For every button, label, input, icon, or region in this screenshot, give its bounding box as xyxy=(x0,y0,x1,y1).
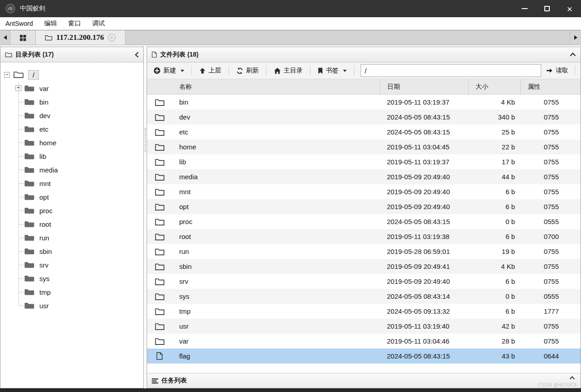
tree-item-srv[interactable]: srv xyxy=(0,258,143,272)
read-button[interactable]: 读取 xyxy=(544,67,570,75)
file-name-cell: media xyxy=(172,173,380,181)
table-row-run[interactable]: run 2019-05-28 06:59:01 19 b 0755 xyxy=(147,244,581,259)
tree-item-media[interactable]: media xyxy=(0,163,143,177)
column-name[interactable]: 名称 xyxy=(172,79,380,94)
file-perm-cell: 0755 xyxy=(520,277,581,285)
tree-root-label[interactable]: / xyxy=(28,70,39,80)
table-row-root[interactable]: root 2019-05-11 03:19:38 6 b 0700 xyxy=(147,229,581,244)
tree-item-label: bin xyxy=(39,98,48,106)
tree-item-sbin[interactable]: sbin xyxy=(0,244,143,258)
tab-shell-session[interactable]: 117.21.200.176 ✕ xyxy=(36,30,125,45)
menu-item-0[interactable]: AntSword xyxy=(1,20,38,27)
row-icon-cell xyxy=(147,128,172,136)
column-date[interactable]: 日期 xyxy=(380,79,468,94)
folder-filled-icon xyxy=(24,193,35,201)
file-date-cell: 2019-05-11 03:19:38 xyxy=(380,233,468,240)
tab-scroll-left-button[interactable] xyxy=(0,30,10,45)
row-icon-cell xyxy=(147,143,172,151)
close-button[interactable]: × xyxy=(558,0,581,17)
table-row-proc[interactable]: proc 2024-05-05 08:43:15 0 b 0555 xyxy=(147,214,581,229)
collapse-up-icon[interactable] xyxy=(570,53,576,57)
minimize-button[interactable] xyxy=(513,0,536,17)
new-button[interactable]: 新建 xyxy=(152,67,186,75)
table-row-flag[interactable]: flag 2024-05-05 08:43:15 43 b 0644 xyxy=(147,349,581,363)
tab-close-icon[interactable]: ✕ xyxy=(108,33,116,42)
collapse-left-icon[interactable] xyxy=(135,52,139,58)
table-row-opt[interactable]: opt 2019-05-09 20:49:40 6 b 0755 xyxy=(147,199,581,214)
tree-item-lib[interactable]: lib xyxy=(0,149,143,163)
file-size-cell: 0 b xyxy=(468,218,520,225)
menu-item-2[interactable]: 窗口 xyxy=(64,19,86,28)
table-row-tmp[interactable]: tmp 2024-05-05 09:13:32 6 b 1777 xyxy=(147,304,581,319)
file-date-cell: 2024-05-05 08:43:15 xyxy=(380,113,468,121)
file-date-cell: 2019-05-11 03:19:40 xyxy=(380,322,468,330)
table-row-srv[interactable]: srv 2019-05-09 20:49:40 6 b 0755 xyxy=(147,274,581,289)
tab-scroll-right-button[interactable] xyxy=(570,30,581,45)
antsword-logo-icon xyxy=(5,4,15,14)
table-row-etc[interactable]: etc 2024-05-05 08:43:15 25 b 0755 xyxy=(147,124,581,139)
table-row-lib[interactable]: lib 2019-05-11 03:19:37 17 b 0755 xyxy=(147,154,581,169)
column-perm[interactable]: 属性 xyxy=(520,79,581,94)
file-size-cell: 6 b xyxy=(468,233,520,240)
folder-filled-icon xyxy=(24,111,35,120)
panel-splitter[interactable] xyxy=(144,47,147,388)
directory-panel: 目录列表 (17) − / + var xyxy=(0,47,144,388)
window-controls: × xyxy=(513,0,581,17)
row-icon-cell xyxy=(147,173,172,181)
tree-item-bin[interactable]: bin xyxy=(0,95,143,109)
caret-down-icon xyxy=(343,70,347,72)
path-input[interactable] xyxy=(361,64,541,77)
collapse-expander-icon[interactable]: − xyxy=(4,72,10,78)
bookmark-button[interactable]: 书签 xyxy=(316,67,348,75)
tree-item-label: tmp xyxy=(39,288,51,296)
tree-item-proc[interactable]: proc xyxy=(0,204,143,217)
refresh-button[interactable]: 刷新 xyxy=(234,67,261,75)
tree-item-label: var xyxy=(39,85,49,92)
table-row-usr[interactable]: usr 2019-05-11 03:19:40 42 b 0755 xyxy=(147,319,581,334)
tree-root-node[interactable]: − / xyxy=(0,68,143,81)
menu-item-3[interactable]: 调试 xyxy=(88,19,110,28)
expand-expander-icon[interactable]: + xyxy=(15,85,21,91)
table-row-dev[interactable]: dev 2024-05-05 08:43:15 340 b 0755 xyxy=(147,110,581,124)
tree-item-usr[interactable]: usr xyxy=(0,299,143,312)
file-date-cell: 2024-05-05 08:43:15 xyxy=(380,128,468,136)
table-row-media[interactable]: media 2019-05-09 20:49:40 44 b 0755 xyxy=(147,169,581,184)
table-row-var[interactable]: var 2019-05-11 03:04:46 28 b 0755 xyxy=(147,334,581,349)
expand-up-icon[interactable] xyxy=(569,376,575,380)
table-row-sys[interactable]: sys 2024-05-05 08:43:14 0 b 0555 xyxy=(147,289,581,304)
column-size[interactable]: 大小 xyxy=(468,79,520,94)
tree-item-mnt[interactable]: mnt xyxy=(0,177,143,190)
tab-strip-empty xyxy=(125,30,570,45)
row-icon-cell xyxy=(147,352,172,360)
file-date-cell: 2019-05-09 20:49:40 xyxy=(380,203,468,210)
folder-icon xyxy=(45,34,52,41)
directory-panel-title: 目录列表 (17) xyxy=(15,51,54,59)
home-icon xyxy=(274,67,281,74)
menu-item-1[interactable]: 编辑 xyxy=(40,19,62,28)
tree-item-run[interactable]: run xyxy=(0,231,143,244)
maximize-button[interactable] xyxy=(536,0,558,17)
tree-item-etc[interactable]: etc xyxy=(0,122,143,136)
table-row-mnt[interactable]: mnt 2019-05-09 20:49:40 6 b 0755 xyxy=(147,184,581,199)
task-panel-header[interactable]: 任务列表 CSDN @HEX9CF xyxy=(147,373,581,388)
tree-item-opt[interactable]: opt xyxy=(0,190,143,204)
tree-item-root[interactable]: root xyxy=(0,217,143,231)
folder-icon xyxy=(155,188,165,196)
tab-overview-button[interactable] xyxy=(10,30,36,45)
read-button-label: 读取 xyxy=(556,67,568,75)
tree-item-var[interactable]: + var xyxy=(0,81,143,95)
file-size-cell: 44 b xyxy=(468,173,520,181)
table-row-home[interactable]: home 2019-05-11 03:04:45 22 b 0755 xyxy=(147,139,581,154)
table-row-bin[interactable]: bin 2019-05-11 03:19:37 4 Kb 0755 xyxy=(147,95,581,110)
table-row-sbin[interactable]: sbin 2019-05-09 20:49:41 4 Kb 0755 xyxy=(147,259,581,274)
tree-item-home[interactable]: home xyxy=(0,136,143,149)
folder-icon xyxy=(155,337,165,345)
tree-item-tmp[interactable]: tmp xyxy=(0,285,143,299)
up-level-button[interactable]: 上层 xyxy=(197,67,223,75)
tree-item-label: sys xyxy=(39,275,50,282)
tree-item-dev[interactable]: dev xyxy=(0,109,143,122)
tree-item-sys[interactable]: sys xyxy=(0,272,143,285)
folder-icon xyxy=(155,218,165,226)
home-dir-button[interactable]: 主目录 xyxy=(272,67,305,75)
menu-bar: AntSword编辑窗口调试 xyxy=(0,17,581,30)
